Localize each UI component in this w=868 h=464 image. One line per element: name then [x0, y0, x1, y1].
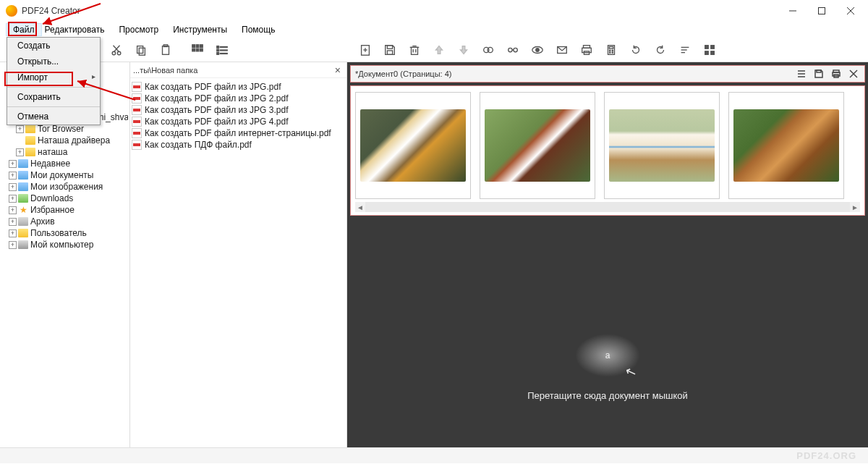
svg-rect-24 [217, 52, 219, 54]
merge-icon[interactable] [480, 42, 496, 58]
tree-node[interactable]: +Архив [1, 216, 128, 227]
expand-icon[interactable]: + [16, 125, 24, 133]
thumbnail-image [485, 109, 590, 182]
tile-icon[interactable] [190, 42, 205, 58]
file-row[interactable]: Как создать PDF файл из JPG 4.pdf [132, 116, 345, 127]
tree-label: Наташа драйвера [38, 135, 110, 145]
expand-icon[interactable]: + [9, 195, 17, 203]
tree-label: Мои документы [30, 170, 93, 180]
folder-icon [25, 148, 35, 156]
split-icon[interactable] [505, 42, 521, 58]
doc-print-icon[interactable] [830, 67, 843, 80]
grid-icon[interactable] [702, 42, 718, 58]
copy-icon[interactable] [133, 42, 149, 58]
page-thumbnail[interactable] [728, 92, 844, 199]
document-pane: *Документ0 (Страницы: 4) ◄ ► a ↖ Перетащ… [347, 62, 868, 447]
dd-cancel[interactable]: Отмена [7, 109, 100, 125]
expand-icon[interactable]: + [9, 241, 17, 249]
page-thumbnail[interactable] [604, 92, 720, 199]
file-row[interactable]: Как создать PDF файл из JPG 3.pdf [132, 104, 345, 116]
tree-node[interactable]: +Мой компьютер [1, 239, 128, 250]
save-icon[interactable] [382, 42, 398, 58]
tree-node[interactable]: +наташа [1, 146, 128, 158]
tree-node[interactable]: +Пользователь [1, 227, 128, 239]
titlebar: PDF24 Creator [0, 0, 868, 22]
print-icon[interactable] [579, 42, 595, 58]
expand-icon[interactable]: + [16, 148, 24, 156]
svg-point-7 [117, 51, 121, 55]
calc-icon[interactable] [603, 42, 619, 58]
menu-file[interactable]: Файл [6, 23, 42, 36]
move-up-icon[interactable] [431, 42, 447, 58]
folder-icon [18, 182, 28, 191]
dd-create[interactable]: Создать [7, 38, 100, 54]
menubar: Файл Редактировать Просмотр Инструменты … [0, 22, 868, 38]
thumbnails-scrollbar[interactable]: ◄ ► [355, 202, 860, 212]
file-row[interactable]: Как создать PDF файл из JPG 2.pdf [132, 93, 345, 104]
expand-icon[interactable]: + [9, 172, 17, 180]
app-title: PDF24 Creator [22, 6, 784, 16]
page-thumbnail[interactable] [480, 92, 595, 199]
email-icon[interactable] [554, 42, 570, 58]
maximize-button[interactable] [813, 2, 830, 20]
sort-icon[interactable] [677, 42, 693, 58]
expand-icon[interactable]: + [9, 218, 17, 226]
doc-close-icon[interactable] [847, 67, 860, 80]
expand-icon[interactable]: + [9, 206, 17, 214]
footer: PDF24.ORG [0, 447, 868, 463]
svg-rect-25 [220, 53, 227, 54]
menu-tools[interactable]: Инструменты [166, 23, 234, 36]
svg-rect-58 [705, 51, 709, 54]
preview-icon[interactable] [529, 42, 545, 58]
doc-save-icon[interactable] [812, 67, 825, 80]
rotate-right-icon[interactable] [652, 42, 668, 58]
paste-icon[interactable] [158, 42, 174, 58]
scroll-left-icon[interactable]: ◄ [355, 202, 365, 212]
svg-rect-16 [200, 44, 203, 47]
file-row[interactable]: Как создать PDF файл интернет-страницы.p… [132, 127, 345, 139]
scroll-track[interactable] [365, 202, 850, 212]
page-thumbnail[interactable] [355, 92, 471, 199]
drop-zone[interactable]: a ↖ Перетащите сюда документ мышкой [347, 287, 868, 447]
svg-rect-15 [196, 44, 199, 47]
pdf-icon [132, 105, 142, 115]
expand-icon[interactable]: + [9, 183, 17, 191]
svg-rect-18 [196, 48, 199, 51]
minimize-button[interactable] [784, 2, 801, 20]
move-down-icon[interactable] [456, 42, 472, 58]
path-close-icon[interactable]: × [332, 64, 344, 76]
expand-icon[interactable]: + [9, 229, 17, 237]
file-row[interactable]: Как создать PDF файл из JPG.pdf [132, 81, 345, 93]
delete-icon[interactable] [407, 42, 422, 58]
svg-point-39 [514, 48, 517, 51]
file-row[interactable]: Как создать ПДФ файл.pdf [132, 139, 345, 151]
tree-node[interactable]: +Мои изображения [1, 181, 128, 193]
document-header: *Документ0 (Страницы: 4) [350, 65, 865, 83]
svg-rect-17 [192, 48, 195, 51]
new-page-icon[interactable] [357, 42, 373, 58]
svg-rect-22 [217, 49, 219, 51]
svg-rect-56 [705, 45, 709, 48]
tree-node[interactable]: +Мои документы [1, 169, 128, 181]
svg-rect-1 [819, 8, 825, 14]
close-button[interactable] [842, 2, 859, 20]
svg-line-4 [43, 4, 101, 24]
tree-node[interactable]: +Недавнее [1, 158, 128, 169]
main-area: +plate_s_relefnymi_shvami+Tor BrowserНат… [0, 62, 868, 447]
scroll-right-icon[interactable]: ► [850, 202, 860, 212]
thumbnail-image [360, 109, 466, 182]
expand-icon[interactable]: + [9, 160, 17, 168]
folder-icon [18, 171, 28, 180]
cut-icon[interactable] [109, 42, 124, 58]
tree-node[interactable]: Наташа драйвера [1, 135, 128, 146]
drop-zone-logo: a ↖ [575, 334, 640, 377]
rotate-left-icon[interactable] [628, 42, 644, 58]
svg-point-49 [609, 50, 610, 51]
tree-node[interactable]: +Downloads [1, 193, 128, 204]
dd-open[interactable]: Открыть... [7, 54, 100, 69]
menu-view[interactable]: Просмотр [111, 23, 166, 36]
list-icon[interactable] [214, 42, 230, 58]
doc-menu-icon[interactable] [795, 67, 808, 80]
menu-help[interactable]: Помощь [234, 23, 282, 36]
tree-node[interactable]: +★Избранное [1, 204, 128, 216]
